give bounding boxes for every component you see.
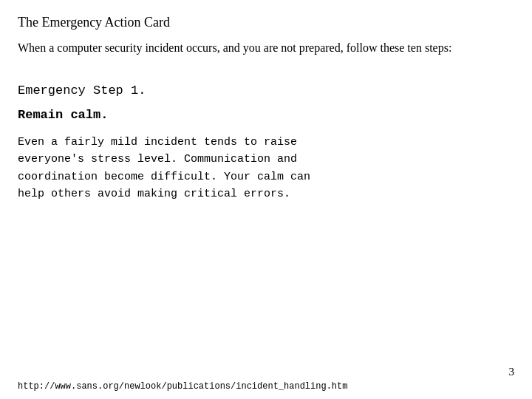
step-subheading: Remain calm. [18, 108, 514, 122]
footer-url: http://www.sans.org/newlook/publications… [18, 381, 347, 392]
page-title: The Emergency Action Card [18, 15, 514, 30]
intro-paragraph: When a computer security incident occurs… [18, 39, 514, 57]
step-heading: Emergency Step 1. [18, 83, 514, 98]
page-container: The Emergency Action Card When a compute… [0, 0, 532, 399]
step-body: Even a fairly mild incident tends to rai… [18, 134, 514, 202]
page-number: 3 [509, 366, 515, 378]
